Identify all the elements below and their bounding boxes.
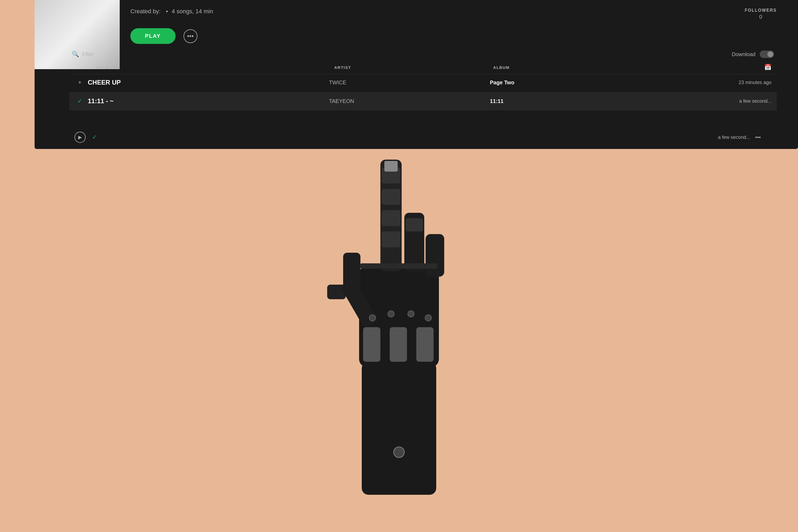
table-row: ✓ 11:11 - ~ TAEYEON 11:11 a few second..…: [69, 92, 777, 110]
filter-row: 🔍 Filter Download: [69, 51, 777, 58]
play-button[interactable]: PLAY: [130, 28, 175, 44]
col-artist-header: ARTIST: [334, 65, 493, 70]
download-toggle[interactable]: [760, 51, 774, 58]
created-by-label: Created by:: [130, 8, 161, 15]
table-header: TITLE ARTIST ALBUM 📅: [69, 64, 777, 74]
track-date-3: a few second...: [718, 135, 750, 140]
track-date-1: 23 minutes ago: [651, 80, 772, 86]
filter-label: Filter: [82, 51, 94, 57]
track-album-2: 11:11: [490, 98, 651, 104]
track-more-options[interactable]: •••: [755, 134, 761, 140]
col-title-header: TITLE: [96, 65, 334, 70]
track-title-2: 11:11 - ~: [85, 97, 329, 105]
more-options-button[interactable]: •••: [184, 29, 197, 43]
play-icon: ▶: [78, 134, 82, 140]
track-album-1: Page Two: [490, 79, 651, 86]
track-artist-1: TWICE: [329, 79, 490, 86]
col-date-header: 📅: [652, 64, 772, 71]
track-date-2: a few second...: [651, 98, 772, 104]
track-check-icon: ✓: [75, 98, 85, 104]
track-artist-2: TAEYEON: [329, 98, 490, 104]
search-icon: 🔍: [72, 51, 79, 58]
track-controls-row: ▶ ✓ a few second... •••: [69, 129, 777, 145]
play-small-button[interactable]: ▶: [75, 132, 86, 143]
header-info: Created by: • 4 songs, 14 min PLAY •••: [130, 8, 777, 44]
download-row: Download: [732, 51, 774, 58]
track-title-1: CHEER UP: [85, 79, 329, 86]
controls-row: PLAY •••: [130, 28, 777, 44]
filter-left: 🔍 Filter: [72, 51, 94, 58]
check-mark-icon: ✓: [92, 134, 97, 141]
spotify-panel: FOLLOWERS 0 Created by: • 4 songs, 14 mi…: [35, 0, 798, 149]
col-album-header: ALBUM: [493, 65, 652, 70]
download-label: Download: [732, 51, 756, 57]
album-cover: [35, 0, 120, 69]
calendar-icon: 📅: [764, 64, 772, 71]
created-by-row: Created by: • 4 songs, 14 min: [130, 8, 777, 15]
peach-background: [0, 112, 798, 532]
track-add-icon[interactable]: +: [75, 79, 85, 86]
table-row: + CHEER UP TWICE Page Two 23 minutes ago: [69, 73, 777, 92]
songs-info: • 4 songs, 14 min: [166, 8, 213, 15]
